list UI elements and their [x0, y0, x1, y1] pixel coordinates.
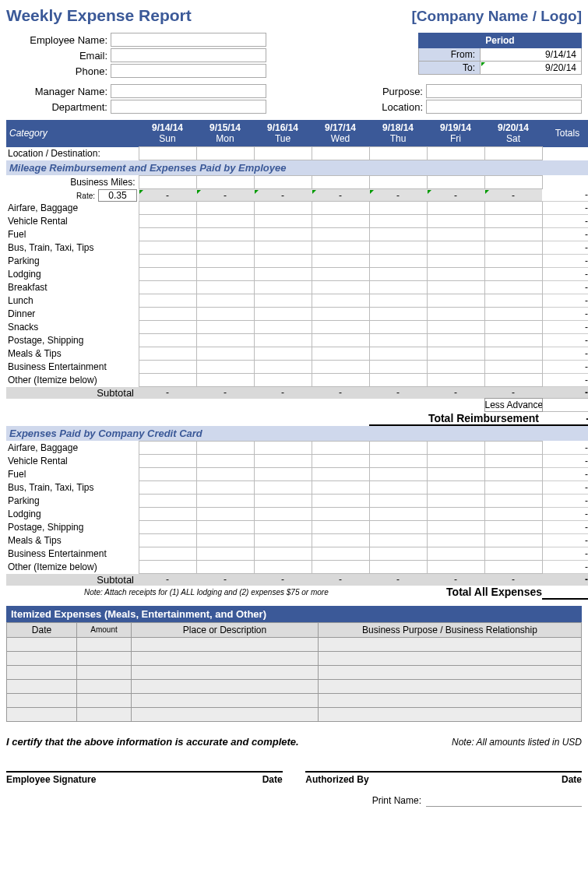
- table-cell[interactable]: [427, 561, 484, 574]
- table-cell[interactable]: [254, 468, 312, 481]
- table-cell[interactable]: [139, 508, 196, 521]
- table-cell[interactable]: [254, 442, 312, 455]
- itemized-cell[interactable]: [77, 665, 132, 679]
- itemized-cell[interactable]: [7, 693, 77, 707]
- table-cell[interactable]: [312, 468, 369, 481]
- table-cell[interactable]: [427, 521, 484, 534]
- table-cell[interactable]: [312, 347, 369, 361]
- table-cell[interactable]: [427, 347, 484, 361]
- table-cell[interactable]: [427, 374, 484, 387]
- table-cell[interactable]: [312, 508, 369, 521]
- table-cell[interactable]: [312, 202, 369, 215]
- table-cell[interactable]: [196, 215, 254, 228]
- table-cell[interactable]: [254, 481, 312, 495]
- table-cell[interactable]: [139, 534, 196, 547]
- table-cell[interactable]: [196, 294, 254, 308]
- table-cell[interactable]: [484, 176, 542, 189]
- table-cell[interactable]: [254, 521, 312, 534]
- table-cell[interactable]: [196, 334, 254, 347]
- table-cell[interactable]: [484, 547, 542, 561]
- table-cell[interactable]: [369, 521, 427, 534]
- table-cell[interactable]: [312, 215, 369, 228]
- table-cell[interactable]: [139, 361, 196, 374]
- table-cell[interactable]: [312, 334, 369, 347]
- table-cell[interactable]: [484, 268, 542, 281]
- table-cell[interactable]: [484, 321, 542, 334]
- table-cell[interactable]: [369, 268, 427, 281]
- table-cell[interactable]: [484, 481, 542, 495]
- itemized-cell[interactable]: [77, 651, 132, 665]
- table-cell[interactable]: [196, 495, 254, 508]
- table-cell[interactable]: [196, 468, 254, 481]
- table-cell[interactable]: [196, 455, 254, 468]
- table-cell[interactable]: [427, 308, 484, 321]
- table-cell[interactable]: [427, 334, 484, 347]
- table-cell[interactable]: [196, 547, 254, 561]
- table-cell[interactable]: [484, 334, 542, 347]
- itemized-cell[interactable]: [7, 707, 77, 721]
- table-cell[interactable]: [427, 281, 484, 294]
- table-cell[interactable]: [139, 228, 196, 241]
- itemized-cell[interactable]: [132, 651, 319, 665]
- table-cell[interactable]: [484, 281, 542, 294]
- table-cell[interactable]: [484, 521, 542, 534]
- table-cell[interactable]: [369, 455, 427, 468]
- table-cell[interactable]: [139, 521, 196, 534]
- rate-input[interactable]: [98, 189, 137, 202]
- phone-input[interactable]: [111, 64, 266, 78]
- table-cell[interactable]: [369, 308, 427, 321]
- table-cell[interactable]: [369, 294, 427, 308]
- table-cell[interactable]: [369, 334, 427, 347]
- itemized-cell[interactable]: [319, 679, 582, 693]
- table-cell[interactable]: [254, 547, 312, 561]
- table-cell[interactable]: [139, 442, 196, 455]
- itemized-cell[interactable]: [319, 693, 582, 707]
- itemized-cell[interactable]: [77, 693, 132, 707]
- table-cell[interactable]: [139, 481, 196, 495]
- itemized-cell[interactable]: [7, 665, 77, 679]
- table-cell[interactable]: [139, 347, 196, 361]
- itemized-cell[interactable]: [319, 707, 582, 721]
- table-cell[interactable]: [139, 202, 196, 215]
- table-cell[interactable]: [427, 215, 484, 228]
- table-cell[interactable]: [196, 176, 254, 189]
- table-cell[interactable]: [427, 495, 484, 508]
- table-cell[interactable]: [484, 228, 542, 241]
- table-cell[interactable]: [139, 294, 196, 308]
- table-cell[interactable]: [196, 481, 254, 495]
- table-cell[interactable]: [312, 481, 369, 495]
- itemized-cell[interactable]: [132, 679, 319, 693]
- table-cell[interactable]: [427, 176, 484, 189]
- table-cell[interactable]: [484, 215, 542, 228]
- table-cell[interactable]: [369, 147, 427, 160]
- table-cell[interactable]: [254, 308, 312, 321]
- email-input[interactable]: [111, 48, 266, 62]
- table-cell[interactable]: [312, 241, 369, 255]
- itemized-cell[interactable]: [7, 651, 77, 665]
- manager-input[interactable]: [111, 84, 266, 98]
- table-cell[interactable]: [484, 361, 542, 374]
- table-cell[interactable]: [312, 255, 369, 268]
- itemized-cell[interactable]: [7, 637, 77, 651]
- table-cell[interactable]: [139, 374, 196, 387]
- print-name-input[interactable]: [426, 794, 582, 807]
- table-cell[interactable]: [484, 455, 542, 468]
- table-cell[interactable]: [196, 147, 254, 160]
- table-cell[interactable]: [312, 268, 369, 281]
- location-input[interactable]: [426, 100, 582, 114]
- itemized-cell[interactable]: [77, 679, 132, 693]
- table-cell[interactable]: [139, 468, 196, 481]
- table-cell[interactable]: [196, 561, 254, 574]
- period-to-value[interactable]: 9/20/14: [481, 62, 582, 75]
- table-cell[interactable]: [254, 374, 312, 387]
- table-cell[interactable]: [484, 374, 542, 387]
- table-cell[interactable]: [196, 442, 254, 455]
- table-cell[interactable]: [196, 281, 254, 294]
- table-cell[interactable]: [427, 508, 484, 521]
- table-cell[interactable]: [139, 281, 196, 294]
- table-cell[interactable]: [369, 215, 427, 228]
- period-from-value[interactable]: 9/14/14: [481, 48, 582, 62]
- table-cell[interactable]: [427, 228, 484, 241]
- less-advances-input[interactable]: [542, 399, 588, 412]
- employee-name-input[interactable]: [111, 33, 266, 47]
